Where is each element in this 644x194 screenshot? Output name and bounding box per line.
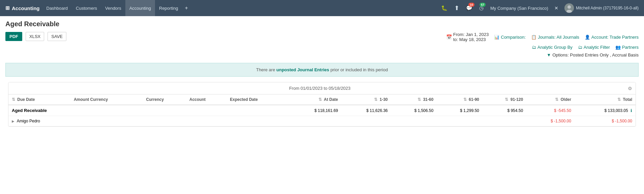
user-name: Mitchell Admin (37179195-16-0-all) [576, 6, 639, 10]
analytic-group-label: Analytic Group By [538, 45, 573, 50]
filter-icon: ▼ [547, 52, 551, 57]
comparison-icon: 📊 [494, 35, 499, 40]
table-date-header: From 01/01/2023 to 05/18/2023 ⚙ [8, 82, 636, 94]
analytic-filter[interactable]: 🗂 Analytic Filter [578, 45, 610, 50]
sort-icon-total: ⇅ [617, 97, 621, 102]
calendar-icon: 📅 [446, 34, 452, 40]
table-scroll-area[interactable]: ⇅ Due Date Amount Currency Currency Acco… [8, 94, 636, 126]
xlsx-button[interactable]: XLSX [26, 32, 44, 41]
company-name: My Company (San Francisco) [488, 6, 551, 11]
nav-item-dashboard[interactable]: Dashboard [42, 0, 72, 16]
filter-row-2: 🗂 Analytic Group By 🗂 Analytic Filter 👥 … [532, 45, 639, 50]
user-menu[interactable]: Mitchell Admin (37179195-16-0-all) [562, 3, 641, 13]
nav-item-reporting[interactable]: Reporting [155, 0, 182, 16]
row-currency [143, 116, 186, 126]
journals-filter[interactable]: 📋 Journals: All Journals [531, 35, 579, 40]
sort-icon-61-90: ⇅ [463, 97, 467, 102]
row-61-90 [437, 116, 483, 126]
filter-row-3: ▼ Options: Posted Entries Only , Accrual… [547, 52, 639, 57]
col-at-date[interactable]: ⇅ At Date [288, 94, 341, 105]
row-31-60 [391, 116, 437, 126]
sort-icon-31-60: ⇅ [418, 97, 421, 102]
col-account: Account [186, 94, 226, 105]
analytic-group-by-filter[interactable]: 🗂 Analytic Group By [532, 45, 573, 50]
bug-icon-button[interactable]: 🐛 [438, 0, 450, 16]
row-91-120 [483, 116, 526, 126]
user-avatar [564, 3, 574, 13]
filter-section: 📅 From: Jan 1, 2023 to: May 18, 2023 📊 C… [446, 32, 639, 57]
col-1-30[interactable]: ⇅ 1-30 [341, 94, 391, 105]
save-button[interactable]: SAVE [48, 32, 66, 41]
col-amount-currency: Amount Currency [70, 94, 143, 105]
col-31-60[interactable]: ⇅ 31-60 [391, 94, 437, 105]
col-91-120[interactable]: ⇅ 91-120 [483, 94, 526, 105]
nav-item-customers[interactable]: Customers [72, 0, 101, 16]
comparison-filter[interactable]: 📊 Comparison: [494, 35, 526, 40]
nav-item-accounting[interactable]: Accounting [125, 0, 155, 16]
top-navigation: ⊞ Accounting Dashboard Customers Vendors… [0, 0, 644, 16]
bug-icon: 🐛 [441, 5, 448, 11]
clock-icon-button[interactable]: ◷ 57 [477, 0, 486, 16]
page-content: Aged Receivable PDF XLSX SAVE 📅 From: Ja… [0, 16, 644, 131]
sort-icon-due-date: ⇅ [12, 97, 15, 102]
col-61-90[interactable]: ⇅ 61-90 [437, 94, 483, 105]
account-icon: 👤 [585, 35, 590, 40]
chat-badge: 10 [468, 3, 474, 7]
options-label: Options: Posted Entries Only , Accrual B… [552, 52, 639, 57]
row-expected-date [226, 116, 288, 126]
svg-point-1 [568, 5, 571, 9]
subtotal-1-30: $ 11,626.36 [341, 105, 391, 116]
expand-icon[interactable]: ▶ [12, 119, 14, 123]
row-label: Amigo Pedro [17, 119, 40, 123]
table-row: ▶ Amigo Pedro $ -1,500.00 $ -1,5 [8, 116, 636, 126]
nav-label-customers: Customers [76, 6, 97, 11]
nav-plus-button[interactable]: + [182, 0, 190, 16]
options-filter[interactable]: ▼ Options: Posted Entries Only , Accrual… [547, 52, 639, 57]
date-range-filter[interactable]: 📅 From: Jan 1, 2023 to: May 18, 2023 [446, 32, 489, 42]
analytic-filter-label: Analytic Filter [584, 45, 610, 50]
grid-icon: ⊞ [5, 5, 10, 11]
chat-icon-button[interactable]: 💬 10 [463, 0, 475, 16]
nav-right-section: 🐛 ⬆ 💬 10 ◷ 57 My Company (San Francisco)… [438, 0, 641, 16]
banner-text-before: There are [256, 67, 276, 72]
pdf-button[interactable]: PDF [5, 32, 22, 41]
date-from: From: Jan 1, 2023 to: May 18, 2023 [453, 32, 489, 42]
report-table-container: From 01/01/2023 to 05/18/2023 ⚙ ⇅ Due Da… [8, 82, 636, 127]
col-expected-date: Expected Date [226, 94, 288, 105]
table-header-row: ⇅ Due Date Amount Currency Currency Acco… [8, 94, 636, 105]
nav-item-vendors[interactable]: Vendors [101, 0, 125, 16]
app-name: Accounting [12, 5, 40, 11]
page-title: Aged Receivable [5, 20, 639, 28]
banner-text-after: prior or included in this period [329, 67, 388, 72]
row-expand-cell[interactable]: ▶ Amigo Pedro [8, 116, 70, 126]
row-at-date [288, 116, 341, 126]
wrench-icon[interactable]: ✕ [552, 5, 560, 11]
upgrade-icon-button[interactable]: ⬆ [452, 0, 462, 16]
comparison-label: Comparison: [501, 35, 526, 40]
table-settings-icon[interactable]: ⚙ [628, 86, 632, 91]
row-total: $ -1,500.00 [575, 116, 636, 126]
col-older[interactable]: ⇅ Older [526, 94, 575, 105]
subtotal-older: $ -545.50 [526, 105, 575, 116]
row-1-30 [341, 116, 391, 126]
sort-icon-91-120: ⇅ [505, 97, 508, 102]
row-older: $ -1,500.00 [526, 116, 575, 126]
account-filter[interactable]: 👤 Account: Trade Partners [585, 35, 639, 40]
subtotal-31-60: $ 1,506.50 [391, 105, 437, 116]
col-currency: Currency [143, 94, 186, 105]
clock-badge: 57 [480, 3, 486, 7]
sort-icon-1-30: ⇅ [374, 97, 377, 102]
partners-filter[interactable]: 👥 Partners [615, 45, 639, 50]
info-icon[interactable]: ℹ [631, 108, 632, 113]
partners-icon: 👥 [615, 45, 621, 50]
col-due-date[interactable]: ⇅ Due Date [8, 94, 70, 105]
col-total[interactable]: ⇅ Total [575, 94, 636, 105]
app-logo[interactable]: ⊞ Accounting [3, 5, 42, 11]
account-label: Account: Trade Partners [591, 35, 639, 40]
subtotal-61-90: $ 1,299.50 [437, 105, 483, 116]
action-bar: PDF XLSX SAVE 📅 From: Jan 1, 2023 to: Ma… [5, 32, 639, 57]
banner-text-bold[interactable]: unposted Journal Entries [276, 67, 329, 72]
sort-icon-older: ⇅ [555, 97, 558, 102]
nav-label-dashboard: Dashboard [47, 6, 68, 11]
row-amount-currency [70, 116, 143, 126]
